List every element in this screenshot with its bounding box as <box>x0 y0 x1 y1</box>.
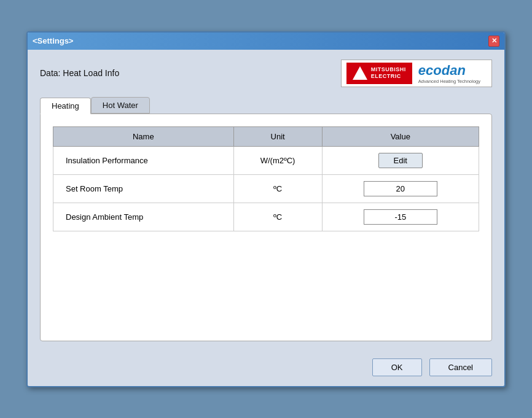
set-room-temp-input[interactable] <box>364 181 437 196</box>
row2-unit: ºC <box>233 174 322 203</box>
table-row: Insulation Performance W/(m2ºC) Edit <box>53 146 479 174</box>
ok-button[interactable]: OK <box>372 358 422 376</box>
ecodan-text: ecodan <box>418 63 466 79</box>
tabs-area: Heating Hot Water <box>40 97 492 114</box>
settings-table: Name Unit Value Insulation Performance W… <box>53 126 479 231</box>
design-ambient-temp-input[interactable] <box>364 209 437 225</box>
mitsubishi-logo: MITSUBISHI ELECTRIC <box>346 63 412 84</box>
dialog-body: Data: Heat Load Info MITSUBISHI ELECTRIC… <box>28 50 504 351</box>
col-header-unit: Unit <box>233 126 322 146</box>
row3-unit: ºC <box>233 203 322 231</box>
table-header-row: Name Unit Value <box>53 126 479 146</box>
header-row: Data: Heat Load Info MITSUBISHI ELECTRIC… <box>40 60 492 87</box>
row2-name: Set Room Temp <box>53 174 234 203</box>
table-row: Design Ambient Temp ºC <box>53 203 479 231</box>
close-icon: ✕ <box>491 37 497 45</box>
row1-name: Insulation Performance <box>53 146 234 174</box>
settings-dialog: <Settings> ✕ Data: Heat Load Info MITSUB… <box>26 31 506 387</box>
ecodan-logo: ecodan Advanced Heating Technology <box>412 63 487 84</box>
row2-value-cell <box>322 174 479 203</box>
title-bar: <Settings> ✕ <box>28 33 504 50</box>
dialog-footer: OK Cancel <box>28 351 504 386</box>
data-label: Data: Heat Load Info <box>40 68 119 78</box>
row3-value-cell <box>322 203 479 231</box>
mitsubishi-text: MITSUBISHI ELECTRIC <box>371 66 406 80</box>
tab-hot-water[interactable]: Hot Water <box>91 97 150 114</box>
col-header-value: Value <box>322 126 479 146</box>
tab-content-area: Name Unit Value Insulation Performance W… <box>40 114 492 341</box>
tab-heating[interactable]: Heating <box>40 98 91 114</box>
mitsubishi-triangle-icon <box>353 66 367 80</box>
mitsubishi-line2: ELECTRIC <box>371 73 406 80</box>
row1-value-cell: Edit <box>322 146 479 174</box>
col-header-name: Name <box>53 126 234 146</box>
mitsubishi-line1: MITSUBISHI <box>371 66 406 74</box>
table-row: Set Room Temp ºC <box>53 174 479 203</box>
close-button[interactable]: ✕ <box>488 36 499 47</box>
row3-name: Design Ambient Temp <box>53 203 234 231</box>
logo-area: MITSUBISHI ELECTRIC ecodan Advanced Heat… <box>341 60 492 87</box>
row1-unit: W/(m2ºC) <box>233 146 322 174</box>
cancel-button[interactable]: Cancel <box>429 358 492 376</box>
dialog-title: <Settings> <box>33 36 73 45</box>
edit-insulation-button[interactable]: Edit <box>378 153 423 168</box>
ecodan-subtext: Advanced Heating Technology <box>418 79 480 84</box>
